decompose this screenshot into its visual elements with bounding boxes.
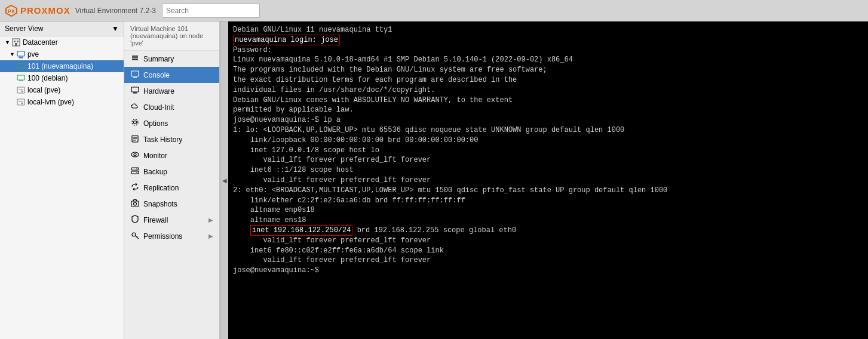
console-line: jose@nuevamaquina:~$ [233,266,863,276]
tree-label-local-lvm-pve: local-lvm (pve) [27,98,74,106]
console-line: altname enp0s18 [233,205,863,215]
svg-rect-40 [131,201,139,207]
nav-item-monitor[interactable]: Monitor [124,147,219,164]
inet-highlight: inet 192.168.122.250/24 [250,225,353,236]
nav-item-permissions[interactable]: Permissions▶ [124,228,219,244]
nav-item-replication[interactable]: Replication [124,180,219,196]
tree-icon-local-lvm-pve [17,98,25,106]
nav-label-console: Console [143,71,170,79]
tree-icon-datacenter [12,38,20,47]
nav-panel: Virtual Machine 101 (nuevamaquina) on no… [124,21,220,339]
console-line: Debian GNU/Linux 11 nuevamaquina tty1 [233,25,863,35]
console-line: inet 127.0.0.1/8 scope host lo [233,146,863,156]
svg-point-41 [134,202,137,205]
tree-icon-pve [17,50,25,58]
nav-item-cloud-init[interactable]: Cloud-Init [124,99,219,115]
svg-rect-15 [17,87,24,93]
main-layout: Server View ▼ ▼ Datacenter▼ pve101 (nuev… [0,21,868,339]
nav-label-summary: Summary [143,55,174,63]
sidebar: Server View ▼ ▼ Datacenter▼ pve101 (nuev… [0,21,124,339]
nav-label-permissions: Permissions [143,232,182,241]
tree-item-local-pve[interactable]: local (pve) [0,84,124,96]
console-line: valid_lft forever preferred_lft forever [233,236,863,246]
nav-item-hardware[interactable]: Hardware [124,83,219,99]
nav-item-firewall[interactable]: Firewall▶ [124,212,219,228]
console-line: inet6 ::1/128 scope host [233,165,863,175]
svg-rect-7 [19,57,23,58]
nav-item-backup[interactable]: Backup [124,164,219,180]
tree-item-101[interactable]: 101 (nuevamaquina) [0,60,124,72]
nav-item-snapshots[interactable]: Snapshots [124,196,219,212]
svg-rect-8 [19,58,23,58]
console-line: altname ens18 [233,215,863,226]
tree-item-100[interactable]: 100 (debian) [0,72,124,84]
console-line: Password: [233,45,863,56]
console-line: jose@nuevamaquina:~$ ip a [233,115,863,125]
console-line: inet6 fe80::c02f:e2ff:fe6a:a6db/64 scope… [233,246,863,256]
svg-text:PX: PX [8,8,15,14]
collapse-button[interactable]: ◀ [220,21,228,339]
nav-icon-backup [130,167,140,177]
svg-rect-9 [17,63,24,68]
nav-icon-cloud-init [130,102,140,112]
nav-label-options: Options [143,119,168,128]
tree-label-datacenter: Datacenter [23,38,58,47]
svg-point-42 [132,233,136,236]
server-view-chevron: ▼ [112,24,119,33]
nav-icon-summary [130,54,140,64]
login-highlight: nuevamaquina login: jose [233,35,340,45]
console-area[interactable]: Debian GNU/Linux 11 nuevamaquina tty1nue… [228,21,868,339]
svg-rect-27 [133,93,137,94]
tree-item-local-lvm-pve[interactable]: local-lvm (pve) [0,96,124,108]
console-line: valid_lft forever preferred_lft forever [233,155,863,165]
tree-item-pve[interactable]: ▼ pve [0,48,124,60]
svg-rect-36 [131,168,139,170]
nav-icon-options [130,118,140,128]
nav-item-console[interactable]: Console [124,67,219,83]
nav-item-options[interactable]: Options [124,115,219,131]
console-line: 2: eth0: <BROADCAST,MULTICAST,UP,LOWER_U… [233,186,863,196]
svg-point-17 [22,91,23,93]
nav-label-firewall: Firewall [143,216,168,224]
server-view-header[interactable]: Server View ▼ [0,21,124,36]
tree-icon-101 [17,62,25,70]
svg-point-20 [22,103,23,104]
svg-rect-6 [17,51,24,56]
server-view-label: Server View [5,24,43,33]
nav-item-task-history[interactable]: Task History [124,131,219,147]
search-input[interactable] [162,4,260,18]
console-line: link/ether c2:2f:e2:6a:a6:db brd ff:ff:f… [233,196,863,206]
svg-rect-5 [15,43,17,46]
nav-items-container: SummaryConsoleHardwareCloud-InitOptionsT… [124,51,219,244]
console-line: inet 192.168.122.250/24 brd 192.168.122.… [233,226,863,236]
svg-rect-24 [131,71,139,76]
tree-container: ▼ Datacenter▼ pve101 (nuevamaquina)100 (… [0,36,124,108]
svg-point-29 [132,119,138,125]
nav-label-monitor: Monitor [143,152,167,160]
nav-icon-monitor [130,150,140,161]
nav-label-snapshots: Snapshots [143,200,177,208]
nav-label-task-history: Task History [143,135,182,144]
svg-point-34 [131,152,139,157]
svg-rect-3 [14,41,16,42]
console-line: Linux nuevamaquina 5.10.0-18-amd64 #1 SM… [233,55,863,65]
console-line: The programs included with the Debian GN… [233,65,863,75]
svg-point-38 [136,168,137,170]
nav-item-summary[interactable]: Summary [124,51,219,67]
brand-name: PROXMOX [20,5,70,16]
nav-arrow-firewall: ▶ [208,217,213,223]
console-line: 1: lo: <LOOPBACK,UP,LOWER_UP> mtu 65536 … [233,125,863,135]
nav-label-hardware: Hardware [143,87,174,95]
proxmox-logo-icon: PX [5,4,18,17]
tree-item-datacenter[interactable]: ▼ Datacenter [0,36,124,48]
svg-point-35 [134,153,136,156]
console-line: valid_lft forever preferred_lft forever [233,175,863,186]
svg-rect-4 [17,41,19,42]
nav-label-cloud-init: Cloud-Init [143,103,174,112]
app-version: Virtual Environment 7.2-3 [75,7,156,15]
expand-icon-pve: ▼ [10,51,15,57]
nav-arrow-permissions: ▶ [208,233,213,239]
tree-icon-local-pve [17,86,25,94]
tree-label-101: 101 (nuevamaquina) [27,62,93,70]
nav-icon-permissions [130,231,140,241]
